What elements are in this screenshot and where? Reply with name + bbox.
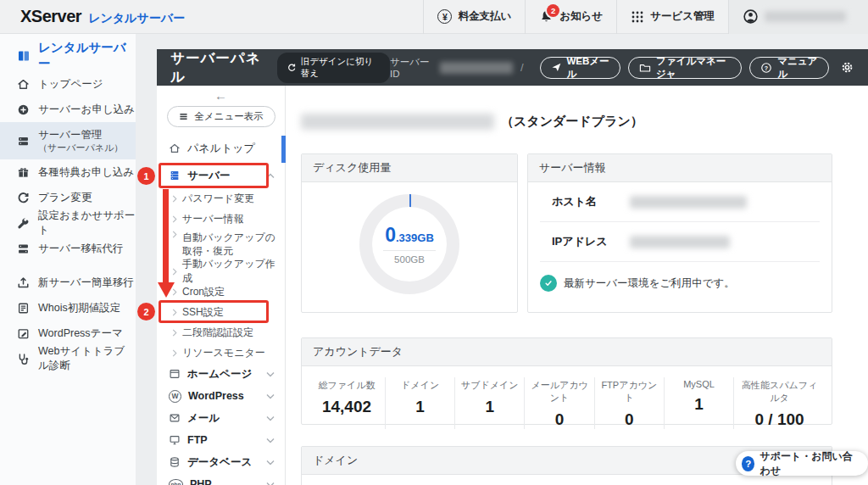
menu-item-password-change[interactable]: パスワード変更 (157, 188, 285, 209)
sidebar-item-server-transfer[interactable]: サーバー移転代行 (0, 236, 136, 261)
menu-group-label: PHP (190, 478, 212, 485)
stat-label: MySQL (668, 379, 730, 389)
switch-old-design-button[interactable]: 旧デザインに切り替え (277, 53, 390, 83)
sidebar-item-server-management[interactable]: サーバー管理 （サーバーパネル） (0, 122, 136, 159)
menu-item-panel-top[interactable]: パネルトップ (157, 134, 285, 163)
host-name-label: ホスト名 (552, 194, 630, 209)
menu-group-label: FTP (187, 434, 208, 446)
menu-item-ssh-settings[interactable]: SSH設定 (157, 302, 285, 322)
menu-group-php[interactable]: php PHP (157, 473, 285, 485)
service-management-button[interactable]: サービス管理 (616, 0, 728, 34)
chevron-down-icon (266, 460, 275, 465)
panel-title: サーバーパネル (170, 49, 265, 86)
logo[interactable]: XServer レンタルサーバー (0, 7, 185, 26)
disk-used-unit: .339GB (396, 231, 434, 244)
user-circle-icon (743, 8, 759, 25)
billing-button[interactable]: ¥ 料金支払い (423, 0, 525, 34)
switch-old-design-label: 旧デザインに切り替え (301, 56, 381, 80)
menu-group-mail[interactable]: メール (157, 407, 285, 429)
home-outline-icon (169, 142, 181, 154)
stat-domains: ドメイン 1 (385, 377, 454, 429)
sidebar-item-whois-defaults[interactable]: Whois初期値設定 (0, 295, 136, 321)
stat-label: FTPアカウント (598, 379, 660, 404)
menu-item-label: 手動バックアップ作成 (182, 257, 282, 286)
chevron-right-icon (172, 231, 177, 238)
menu-group-label: ホームページ (187, 367, 252, 382)
account-stats: 総ファイル数 14,402 ドメイン 1 サブドメイン 1 メールアカウント (302, 366, 832, 429)
chevron-down-icon (266, 415, 275, 421)
stat-mysql: MySQL 1 (664, 377, 733, 429)
sidebar-item-site-diagnosis[interactable]: Webサイトトラブル診断 (0, 346, 136, 371)
stat-value: 1 (459, 398, 520, 416)
menu-item-server-info[interactable]: サーバー情報 (157, 209, 285, 229)
menu-item-two-factor[interactable]: 二段階認証設定 (157, 322, 285, 343)
server-stack-blue-icon (169, 170, 181, 181)
file-manager-button[interactable]: ファイルマネージャ (628, 57, 742, 79)
sidebar-item-label: プラン変更 (38, 191, 92, 205)
notifications-label: お知らせ (559, 9, 603, 24)
sidebar-title-rental-server[interactable]: レンタルサーバー (0, 41, 136, 71)
sidebar-item-managed-support[interactable]: 設定おまかせサポート (0, 210, 136, 236)
sidebar-item-top-page[interactable]: トップページ (0, 71, 136, 97)
webmail-button[interactable]: WEBメール (540, 57, 621, 79)
annotation-step-2: 2 (137, 303, 155, 321)
menu-item-label: サーバー情報 (182, 212, 244, 226)
sidebar-item-label: 設定おまかせサポート (38, 209, 136, 237)
menu-group-server[interactable]: サーバー (157, 163, 285, 188)
disk-used-value: 0 (385, 224, 396, 246)
service-management-label: サービス管理 (650, 9, 715, 24)
stat-label: ドメイン (389, 379, 451, 392)
show-all-menu-button[interactable]: 全メニュー表示 (167, 106, 275, 127)
webmail-label: WEBメール (567, 55, 610, 81)
server-panel-header: サーバーパネル 旧デザインに切り替え サーバーID / WEBメール (157, 49, 868, 86)
chevron-down-icon (266, 438, 275, 443)
menu-group-wordpress[interactable]: W WordPress (157, 385, 285, 407)
sidebar-item-wordpress-theme[interactable]: WordPressテーマ (0, 321, 136, 346)
collapse-menu-button[interactable]: ← (157, 86, 285, 104)
menu-item-manual-backup[interactable]: 手動バックアップ作成 (157, 261, 285, 282)
sidebar-item-benefits[interactable]: 各種特典お申し込み (0, 159, 136, 185)
host-name-row: ホスト名 (540, 182, 820, 222)
menu-group-ftp[interactable]: FTP (157, 429, 285, 451)
chevron-right-icon (172, 349, 177, 357)
stat-subdomains: サブドメイン 1 (454, 377, 524, 429)
sidebar-item-label: 新サーバー簡単移行 (38, 276, 134, 290)
file-manager-label: ファイルマネージャ (656, 55, 731, 81)
document-icon (17, 302, 30, 315)
menu-item-label: パネルトップ (187, 141, 255, 156)
stat-total-files: 総ファイル数 14,402 (309, 377, 385, 429)
stat-spam-filter: 高性能スパムフィルタ 0 / 100 (733, 377, 825, 429)
notifications-button[interactable]: 2 お知らせ (525, 0, 616, 34)
account-menu[interactable] (728, 0, 868, 34)
menu-item-resource-monitor[interactable]: リソースモニター (157, 343, 285, 363)
brand-name: XServer (20, 7, 81, 26)
server-id-label: サーバーID (390, 56, 432, 79)
sidebar-item-plan-change[interactable]: プラン変更 (0, 185, 136, 210)
menu-group-database[interactable]: データベース (157, 451, 285, 473)
chevron-right-icon (172, 329, 177, 337)
account-data-title: アカウントデータ (302, 338, 832, 366)
support-contact-label: サポート・お問い合わせ (760, 449, 857, 478)
divider (383, 250, 436, 251)
global-nav: ¥ 料金支払い 2 お知らせ サービス管理 (423, 0, 868, 34)
sidebar-item-server-apply[interactable]: サーバーお申し込み (0, 97, 136, 122)
support-contact-button[interactable]: ? サポート・お問い合わせ (736, 451, 868, 476)
sidebar-item-easy-migration[interactable]: 新サーバー簡単移行 (0, 270, 136, 295)
show-all-menu-label: 全メニュー表示 (194, 110, 263, 123)
disk-usage-card: ディスク使用量 0.339GB 500GB (301, 153, 518, 313)
ip-address-redacted (630, 236, 730, 248)
wordpress-icon: W (169, 390, 181, 403)
disk-usage-donut-chart: 0.339GB 500GB (359, 194, 459, 294)
disk-total-value: 500GB (394, 254, 425, 265)
menu-group-homepage[interactable]: ホームページ (157, 363, 285, 385)
stat-value: 0 (598, 410, 660, 429)
panel-menu: ← 全メニュー表示 パネルトップ (157, 86, 286, 485)
refresh-small-icon (287, 63, 297, 73)
chevron-right-icon (172, 215, 177, 223)
question-circle-icon: ? (760, 62, 772, 74)
book-icon (17, 49, 31, 63)
sidebar-item-label: 各種特典お申し込み (38, 165, 134, 180)
settings-gear-icon[interactable] (840, 60, 854, 75)
manual-button[interactable]: ? マニュアル (749, 57, 829, 79)
panel-content: （スタンダードプラン） ディスク使用量 0.339GB (286, 86, 868, 485)
